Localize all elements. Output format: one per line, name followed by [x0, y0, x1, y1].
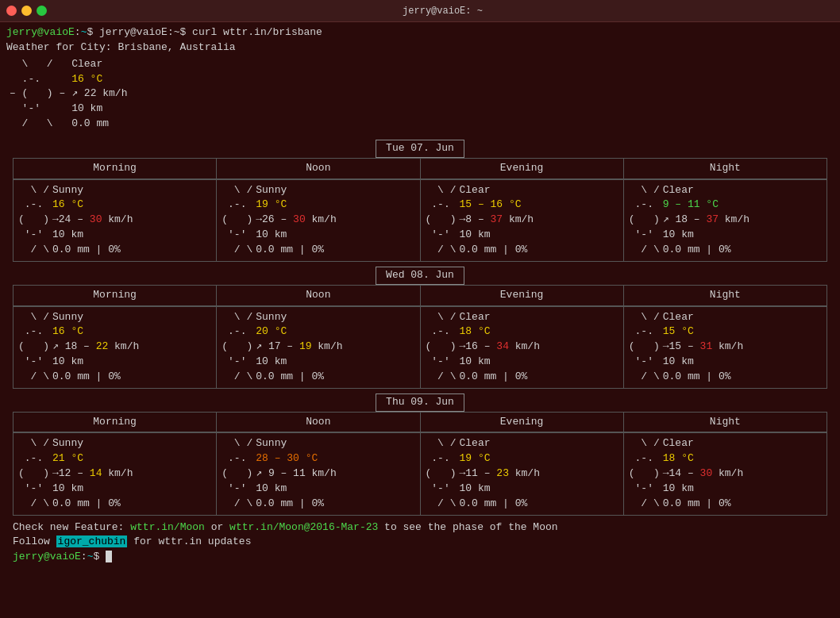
command-line: jerry@vaioE:~$ jerry@vaioE:~$ curl wttr.…	[6, 25, 834, 40]
day2-section: Wed 08. Jun Morning Noon Evening Night \…	[13, 267, 827, 389]
col3-night: Night	[624, 413, 827, 433]
close-btn[interactable]	[6, 6, 17, 16]
username-highlight: igor_chubin	[56, 535, 128, 547]
col-evening: Evening	[421, 159, 624, 179]
d1-evening: \ / .-. ( ) '-' / \ Clear 15 – 16 °C →8 …	[421, 180, 624, 262]
current-weather: \ / .-. – ( ) – '-' / \ Clear 16 °C ↗ 22…	[10, 56, 834, 135]
final-prompt: jerry@vaioE:~$	[13, 550, 827, 565]
day1-section: Tue 07. Jun Morning Noon Evening Night \…	[13, 140, 827, 262]
d3-noon: \ / .-. ( ) '-' / \ Sunny 28 – 30 °C ↗ 9…	[217, 433, 420, 515]
day1-header: Tue 07. Jun	[376, 140, 464, 158]
col3-noon: Noon	[217, 413, 420, 433]
day3-section: Thu 09. Jun Morning Noon Evening Night \…	[13, 393, 827, 516]
d1-night: \ / .-. ( ) '-' / \ Clear 9 – 11 °C ↗ 18…	[624, 180, 827, 262]
d2-night: \ / .-. ( ) '-' / \ Clear 15 °C →15 – 31…	[624, 307, 827, 389]
footer-section: Check new Feature: wttr.in/Moon or wttr.…	[6, 516, 834, 567]
col2-noon: Noon	[217, 286, 420, 306]
col2-morning: Morning	[13, 286, 217, 306]
d2-evening: \ / .-. ( ) '-' / \ Clear 18 °C →16 – 34…	[421, 307, 624, 389]
d3-evening: \ / .-. ( ) '-' / \ Clear 19 °C →11 – 23…	[421, 433, 624, 515]
col2-night: Night	[624, 286, 827, 306]
d2-noon: \ / .-. ( ) '-' / \ Sunny 20 °C ↗ 17 – 1…	[217, 307, 420, 389]
day3-header: Thu 09. Jun	[376, 393, 464, 412]
col2-evening: Evening	[421, 286, 624, 306]
d2-morning: \ / .-. ( ) '-' / \ Sunny 16 °C ↗ 18 – 2…	[13, 307, 217, 389]
day2-header: Wed 08. Jun	[376, 267, 464, 285]
col3-evening: Evening	[421, 413, 624, 433]
col-night: Night	[624, 159, 827, 179]
footer-line1: Check new Feature: wttr.in/Moon or wttr.…	[13, 520, 827, 535]
d1-morning: \ / .-. ( ) '-' / \ Sunny 16 °C →24 – 30…	[13, 180, 217, 262]
window-title: jerry@vaioE: ~	[52, 6, 834, 17]
current-data: Clear 16 °C ↗ 22 km/h 10 km 0.0 mm	[71, 57, 127, 132]
col3-morning: Morning	[13, 413, 217, 433]
minimize-btn[interactable]	[21, 6, 32, 16]
maximize-btn[interactable]	[37, 6, 47, 16]
current-icon: \ / .-. – ( ) – '-' / \	[10, 57, 65, 132]
weather-city-line: Weather for City: Brisbane, Australia	[6, 40, 834, 56]
d1-noon: \ / .-. ( ) '-' / \ Sunny 19 °C →26 – 30…	[217, 180, 420, 262]
title-bar: jerry@vaioE: ~	[0, 0, 840, 22]
col-morning: Morning	[13, 159, 217, 179]
col-noon: Noon	[217, 159, 420, 179]
d3-morning: \ / .-. ( ) '-' / \ Sunny 21 °C →12 – 14…	[13, 433, 217, 515]
footer-line2: Follow igor_chubin for wttr.in updates	[13, 535, 827, 550]
d3-night: \ / .-. ( ) '-' / \ Clear 18 °C →14 – 30…	[624, 433, 827, 515]
